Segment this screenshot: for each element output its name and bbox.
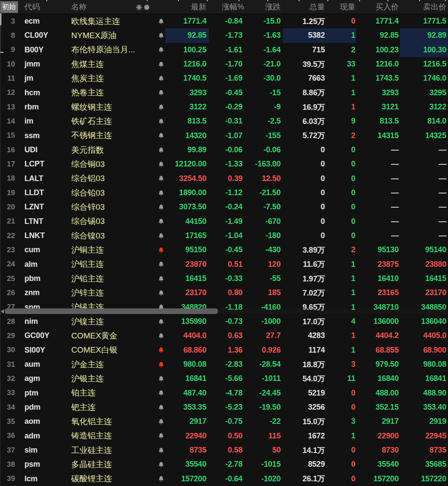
bell-icon[interactable] <box>158 161 164 168</box>
bell-icon[interactable] <box>158 132 164 139</box>
ask-price: 8735 <box>400 443 448 457</box>
table-row[interactable]: 20 LZNT 综合锌03 3073.50 -0.24 -7.50 0 0 — … <box>0 200 448 214</box>
last-price: 22940 <box>165 429 209 443</box>
table-row[interactable]: 39 lcm 碳酸锂主连 157200 -0.64 -1020 26.1万 0 … <box>0 472 448 486</box>
bell-icon[interactable] <box>158 175 164 182</box>
bell-icon[interactable] <box>158 232 164 239</box>
change-value: 0.926 <box>248 343 283 357</box>
table-row[interactable]: 36 adm 铸造铝主连 22940 0.50 115 1672 1 22900… <box>0 429 448 443</box>
table-row[interactable]: 32 agm 沪银主连 16841 -5.66 -1011 54.0万 11 1… <box>0 371 448 386</box>
table-row[interactable]: 16 UDI 美元指数 99.89 -0.06 -0.06 0 0 — — <box>0 143 448 157</box>
table-row[interactable]: 18 LALT 综合铝03 3254.50 0.39 12.50 0 0 — — <box>0 172 448 186</box>
bell-icon[interactable] <box>158 261 164 268</box>
bell-icon[interactable] <box>158 404 164 411</box>
bell-icon[interactable] <box>158 46 164 53</box>
bid-price: 14315 <box>356 129 400 143</box>
bell-icon[interactable] <box>158 61 164 68</box>
table-row[interactable]: 38 psm 多晶硅主连 35540 -2.78 -1015 8529 0 35… <box>0 457 448 471</box>
bell-icon[interactable] <box>158 375 164 382</box>
header-cell-cur[interactable]: 现量 <box>331 2 356 12</box>
current-volume: 1 <box>331 86 356 100</box>
table-row[interactable]: 15 ssm 不锈钢主连 14320 -1.07 -155 5.72万 2 14… <box>0 129 448 143</box>
bell-icon[interactable] <box>158 475 164 482</box>
table-row[interactable]: 21 LTNT 综合锡03 44150 -1.49 -670 0 0 — — <box>0 214 448 229</box>
table-row[interactable]: 10 jmm 焦煤主连 1216.0 -1.70 -21.0 39.5万 33 … <box>0 57 448 71</box>
bell-icon[interactable] <box>158 104 164 111</box>
header-cell-init[interactable]: 初始 <box>0 1 21 13</box>
table-row[interactable]: 13 rbm 螺纹钢主连 3122 -0.29 -9 16.9万 1 3121 … <box>0 100 448 114</box>
header-cell-ask[interactable]: 卖出价 <box>400 2 448 12</box>
table-row[interactable]: 30 SI00Y COMEX白银 68.860 1.36 0.926 1174 … <box>0 343 448 357</box>
bell-icon[interactable] <box>158 190 164 196</box>
table-row[interactable]: 9 B00Y 布伦特原油当月... 100.25 -1.61 -1.64 715… <box>0 43 448 57</box>
bell-icon[interactable] <box>158 218 164 225</box>
row-number: 34 <box>0 400 21 414</box>
bell-icon[interactable] <box>158 275 164 282</box>
table-row[interactable]: 33 ptm 铂主连 487.40 -4.78 -24.45 5219 0 48… <box>0 386 448 400</box>
table-row[interactable]: 19 LLDT 综合铅03 1890.00 -1.12 -21.50 0 0 —… <box>0 186 448 200</box>
horizontal-scrollbar[interactable] <box>0 308 448 314</box>
bell-icon[interactable] <box>158 389 164 396</box>
table-row[interactable]: 14 im 铁矿石主连 813.5 -0.31 -2.5 6.03万 9 813… <box>0 114 448 128</box>
table-row[interactable]: 22 LNKT 综合镍03 17165 -1.04 -180 0 0 — — <box>0 229 448 243</box>
bell-icon[interactable] <box>158 332 164 339</box>
total-volume: 0 <box>283 200 331 214</box>
change-value: -180 <box>248 229 283 243</box>
table-row[interactable]: 34 pdm 钯主连 353.35 -5.23 -19.50 3256 0 35… <box>0 400 448 414</box>
header-cell-last[interactable]: 最新 <box>165 2 209 12</box>
change-pct: -0.06 <box>209 143 248 157</box>
table-row[interactable]: 23 cum 沪铜主连 95150 -0.45 -430 3.89万 2 951… <box>0 243 448 257</box>
symbol-name: 沪银主连 <box>69 371 151 386</box>
dot-icon[interactable] <box>144 5 149 10</box>
bell-icon[interactable] <box>158 432 164 439</box>
last-price: 3122 <box>165 100 209 114</box>
ask-price: 980.08 <box>400 357 448 371</box>
table-row[interactable]: 26 znm 沪锌主连 23170 0.80 185 7.02万 1 23165… <box>0 286 448 300</box>
header-cell-code[interactable]: 代码 <box>21 2 69 12</box>
bell-icon[interactable] <box>158 75 164 82</box>
symbol-name: 铸造铝主连 <box>69 429 151 443</box>
table-row[interactable]: 29 GC00Y COMEX黄金 4404.0 0.63 27.7 4283 1… <box>0 329 448 343</box>
bid-price: 35540 <box>356 457 400 471</box>
table-row[interactable]: 24 alm 沪铝主连 23870 0.51 120 11.6万 1 23875… <box>0 257 448 272</box>
table-row[interactable]: 17 LCPT 综合铜03 12120.00 -1.33 -163.00 0 0… <box>0 157 448 171</box>
table-row[interactable]: 12 hcm 热卷主连 3293 -0.45 -15 8.86万 1 3293 … <box>0 86 448 100</box>
symbol-name: 综合铅03 <box>69 186 151 200</box>
bell-icon[interactable] <box>158 347 164 353</box>
bell-icon[interactable] <box>158 361 164 368</box>
bell-icon[interactable] <box>158 418 164 425</box>
table-row[interactable]: 35 aom 氧化铝主连 2917 -0.75 -22 15.0万 3 2917… <box>0 414 448 429</box>
sun-icon[interactable] <box>136 4 142 10</box>
current-volume: 2 <box>331 129 356 143</box>
table-row[interactable]: 11 jm 焦炭主连 1740.5 -1.69 -30.0 7663 1 174… <box>0 71 448 85</box>
total-volume: 3256 <box>283 400 331 414</box>
bell-icon[interactable] <box>158 18 164 25</box>
table-row[interactable]: 8 CL00Y NYMEX原油 92.85 -1.73 -1.63 5382 1… <box>0 28 448 42</box>
table-row[interactable]: 28 nim 沪镍主连 135990 -0.73 -1000 17.0万 4 1… <box>0 314 448 329</box>
init-mode-badge[interactable]: 初始 <box>0 1 18 13</box>
table-row[interactable]: 3 ecm 欧线集运主连 1771.4 -0.84 -15.0 1.25万 0 … <box>0 14 448 28</box>
bell-icon[interactable] <box>158 318 164 325</box>
header-cell-chg[interactable]: 涨跌 <box>248 2 283 12</box>
bell-icon[interactable] <box>158 89 164 96</box>
table-row[interactable]: 31 aum 沪金主连 980.08 -2.83 -28.54 18.8万 3 … <box>0 357 448 371</box>
total-volume: 7.02万 <box>283 286 331 300</box>
bell-icon[interactable] <box>158 247 164 254</box>
bell-icon[interactable] <box>158 32 164 39</box>
header-cell-vol[interactable]: 总量 <box>283 2 331 12</box>
bell-icon[interactable] <box>158 147 164 154</box>
bell-icon[interactable] <box>158 447 164 454</box>
bell-icon[interactable] <box>158 461 164 468</box>
bell-icon[interactable] <box>158 118 164 125</box>
last-price: 3073.50 <box>165 200 209 214</box>
bell-icon[interactable] <box>158 204 164 211</box>
scrollbar-thumb[interactable] <box>5 308 218 314</box>
table-row[interactable]: 37 sim 工业硅主连 8735 0.58 50 14.1万 0 8730 8… <box>0 443 448 457</box>
header-cell-pct[interactable]: 涨幅% <box>209 2 248 12</box>
bid-price: — <box>356 172 400 186</box>
table-row[interactable]: 25 pbm 沪铅主连 16415 -0.33 -55 1.97万 1 1641… <box>0 272 448 286</box>
bell-icon[interactable] <box>158 290 164 296</box>
last-price: 35540 <box>165 457 209 471</box>
header-cell-bid[interactable]: 买入价 <box>356 2 400 12</box>
scrollbar-left-arrow-icon[interactable] <box>1 309 4 314</box>
